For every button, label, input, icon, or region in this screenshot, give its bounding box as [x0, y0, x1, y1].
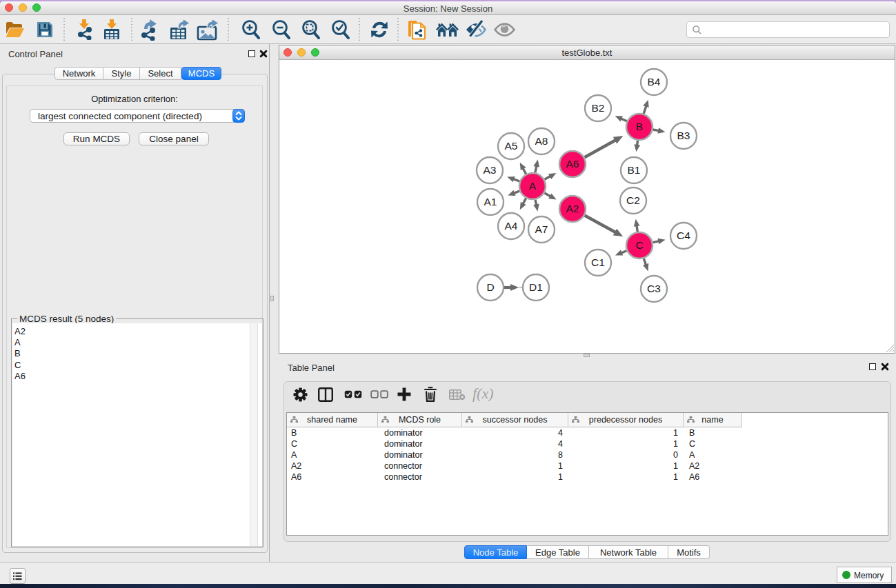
svg-text:C4: C4	[677, 230, 690, 241]
svg-text:B4: B4	[648, 76, 661, 88]
svg-text:A2: A2	[566, 203, 579, 214]
svg-text:C: C	[635, 239, 643, 251]
svg-text:A1: A1	[484, 196, 497, 207]
svg-text:A5: A5	[505, 140, 518, 152]
svg-text:A6: A6	[566, 158, 579, 170]
svg-text:B3: B3	[677, 130, 690, 141]
svg-text:B2: B2	[592, 102, 605, 114]
svg-text:A7: A7	[535, 223, 548, 235]
svg-text:B: B	[636, 121, 643, 132]
svg-text:D: D	[486, 281, 494, 293]
svg-text:A3: A3	[484, 164, 497, 176]
svg-text:D1: D1	[529, 281, 543, 293]
svg-text:A4: A4	[505, 220, 518, 232]
svg-text:C3: C3	[647, 283, 661, 294]
svg-text:C2: C2	[626, 194, 640, 206]
svg-text:C1: C1	[591, 256, 605, 268]
svg-text:B1: B1	[628, 164, 641, 176]
svg-text:A: A	[529, 180, 537, 192]
svg-text:A8: A8	[535, 135, 548, 147]
